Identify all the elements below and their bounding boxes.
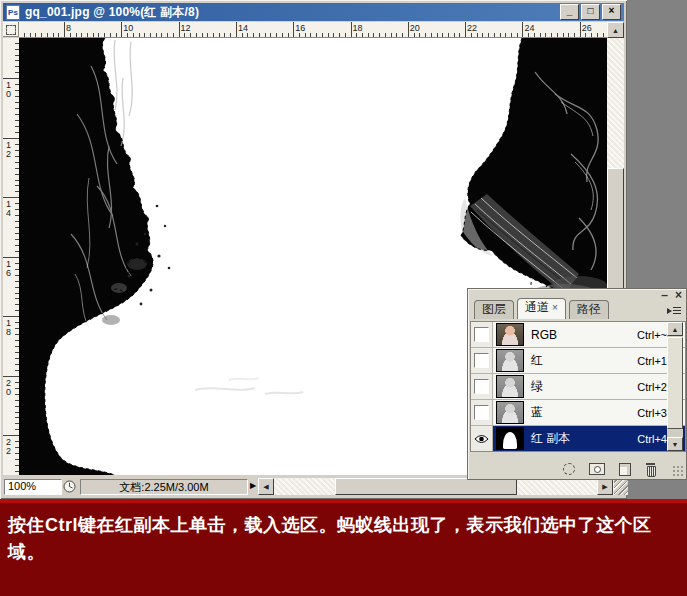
panel-button-bar (470, 461, 684, 477)
ruler-major-tick (465, 22, 466, 37)
eye-well (474, 405, 489, 420)
channel-row[interactable]: RGB Ctrl+~ (471, 322, 685, 348)
channel-row[interactable]: 绿 Ctrl+2 (471, 374, 685, 400)
ruler-major-tick (3, 257, 19, 258)
eye-icon (474, 434, 489, 444)
channel-shortcut: Ctrl+2 (637, 381, 667, 393)
channel-row-content[interactable]: 绿 Ctrl+2 (493, 374, 685, 399)
ruler-tick (545, 33, 546, 37)
panel-close-button[interactable]: × (675, 290, 682, 301)
panel-menu-button[interactable] (667, 305, 681, 316)
delete-channel-button[interactable] (645, 463, 656, 475)
channel-shortcut: Ctrl+3 (637, 407, 667, 419)
window-resize-grip[interactable] (614, 479, 628, 495)
channel-thumbnail (496, 323, 524, 346)
ruler-tick-label: 16 (295, 23, 305, 33)
tab-channels[interactable]: 通道× (517, 298, 566, 319)
ruler-major-tick (121, 22, 122, 37)
maximize-button[interactable]: □ (581, 4, 600, 20)
channel-row-content[interactable]: 蓝 Ctrl+3 (493, 400, 685, 425)
ruler-tick (224, 33, 225, 37)
channel-row[interactable]: 红 Ctrl+1 (471, 348, 685, 374)
panel-header-controls: – × (661, 290, 682, 301)
panel-minimize-button[interactable]: – (661, 290, 668, 301)
save-selection-as-channel-button[interactable] (589, 463, 605, 475)
vertical-scroll-thumb[interactable] (607, 168, 624, 290)
ruler-tick (173, 33, 174, 37)
visibility-toggle[interactable] (471, 374, 493, 399)
visibility-toggle[interactable] (471, 322, 493, 347)
window-title: gq_001.jpg @ 100%(红 副本/8) (25, 4, 199, 21)
ruler-tick (282, 33, 283, 37)
ruler-tick (259, 33, 260, 37)
ruler-tick (30, 33, 31, 37)
ruler-tick-label: 24 (524, 23, 534, 33)
visibility-toggle[interactable] (471, 426, 493, 451)
ruler-tick (316, 33, 317, 37)
tab-layers[interactable]: 图层 (474, 300, 514, 319)
close-button[interactable]: × (602, 4, 621, 20)
panel-resize-grip[interactable] (672, 465, 685, 478)
visibility-toggle[interactable] (471, 400, 493, 425)
new-channel-button[interactable] (619, 463, 631, 476)
ruler-tick (98, 33, 99, 37)
ruler-major-tick (3, 316, 19, 317)
channel-row-content[interactable]: 红 副本 Ctrl+4 (493, 426, 685, 451)
ruler-tick (574, 33, 575, 37)
channel-row[interactable]: 红 副本 Ctrl+4 (471, 426, 685, 451)
channel-row-content[interactable]: 红 Ctrl+1 (493, 348, 685, 373)
ruler-tick (253, 33, 254, 37)
ruler-tick-label: 14 (6, 200, 11, 218)
ruler-tick (202, 33, 203, 37)
ruler-tick (230, 33, 231, 37)
ruler-tick (144, 33, 145, 37)
ruler-tick (81, 33, 82, 37)
ruler-origin-box[interactable] (3, 22, 19, 37)
ruler-major-tick (3, 197, 19, 198)
ruler-tick (127, 33, 128, 37)
channel-name: 绿 (531, 378, 543, 395)
document-size-info[interactable]: 文档:2.25M/3.00M (80, 479, 248, 495)
scroll-right-button[interactable]: ▶ (597, 478, 613, 495)
tab-close-icon[interactable]: × (552, 302, 558, 313)
horizontal-scrollbar[interactable]: ◀ ▶ (258, 478, 614, 495)
zoom-level-input[interactable]: 100% (4, 479, 62, 495)
arrow-left-icon: ◀ (263, 483, 268, 491)
status-menu-arrow-icon[interactable]: ▶ (250, 481, 256, 490)
tab-paths[interactable]: 路径 (569, 300, 609, 319)
window-titlebar[interactable]: Ps gq_001.jpg @ 100%(红 副本/8) _ □ × (3, 3, 624, 21)
channel-shortcut: Ctrl+1 (637, 355, 667, 367)
load-selection-button[interactable] (563, 463, 575, 475)
ruler-tick (511, 33, 512, 37)
ruler-tick (437, 33, 438, 37)
ruler-tick (540, 33, 541, 37)
ruler-tick (93, 33, 94, 37)
ruler-tick (242, 33, 243, 37)
panel-menu-lines-icon (673, 307, 681, 308)
ruler-tick (345, 33, 346, 37)
minimize-button[interactable]: _ (560, 4, 579, 20)
panel-scroll-down-button[interactable]: ▼ (667, 437, 683, 451)
panel-scroll-up-button[interactable]: ▲ (667, 322, 683, 336)
visibility-toggle[interactable] (471, 348, 493, 373)
ruler-tick (597, 33, 598, 37)
ruler-tick (70, 33, 71, 37)
ruler-tick (603, 33, 604, 37)
channel-row-content[interactable]: RGB Ctrl+~ (493, 322, 685, 347)
ruler-tick (150, 33, 151, 37)
ruler-tick (557, 33, 558, 37)
horizontal-scroll-thumb[interactable] (335, 478, 517, 495)
window-controls: _ □ × (560, 4, 624, 20)
caption-text: 按住Ctrl键在红副本上单击，载入选区。蚂蚁线出现了，表示我们选中了这个区域。 (8, 512, 675, 566)
channel-row[interactable]: 蓝 Ctrl+3 (471, 400, 685, 426)
scroll-up-button[interactable]: ▲ (607, 22, 624, 38)
ruler-tick (563, 33, 564, 37)
ruler-major-tick (179, 22, 180, 37)
ruler-tick-label: 8 (66, 23, 71, 33)
ruler-tick (35, 33, 36, 37)
ruler-major-tick (64, 22, 65, 37)
panel-scrollbar[interactable]: ▲ ▼ (667, 322, 683, 451)
scroll-left-button[interactable]: ◀ (258, 478, 274, 495)
panel-scroll-thumb[interactable] (667, 337, 683, 429)
channel-name: 红 副本 (531, 430, 570, 447)
